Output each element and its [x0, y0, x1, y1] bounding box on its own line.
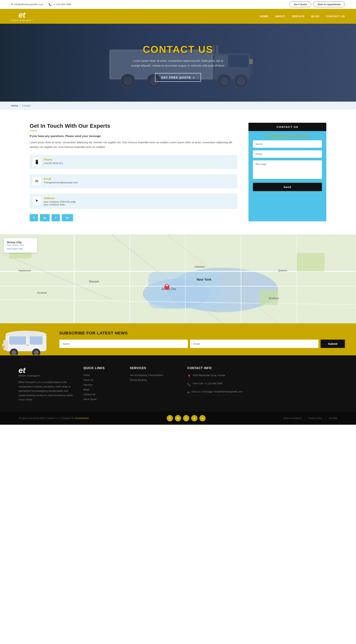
- section-sub: If you have any questions, Please send y…: [30, 134, 237, 138]
- svg-rect-50: [9, 336, 26, 344]
- list-item: Contact Us: [84, 393, 120, 396]
- phone-value: ( 01235-4519-00 ): [44, 162, 63, 164]
- hero-section: et CONTACT US Lorem ipsum dolor sit amet…: [0, 24, 356, 102]
- section-desc: Lorem ipsum dolor sit amet, consectetur …: [30, 140, 237, 150]
- address-line1: your company (256/415) state: [44, 200, 76, 203]
- hero-title: CONTACT US: [128, 44, 228, 55]
- nav-blog[interactable]: BLOG: [311, 15, 320, 18]
- footer-instagram-button[interactable]: ●: [199, 415, 206, 421]
- logo-et: et: [18, 11, 25, 19]
- footer-service-non-emergency[interactable]: Non-Emergency Transportation: [130, 374, 163, 376]
- sitemap-link[interactable]: Site Map: [329, 417, 338, 420]
- form-body: Send: [248, 140, 326, 191]
- contact-info-heading: CONTACT INFO: [187, 366, 246, 370]
- footer-facebook-button[interactable]: f: [167, 415, 173, 421]
- contact-email-input[interactable]: [253, 150, 322, 158]
- map-state: New Jersey, USA: [7, 244, 34, 246]
- breadcrumb-home[interactable]: Home: [11, 104, 18, 107]
- newsletter-form: Submit: [59, 340, 345, 348]
- footer-link-about[interactable]: About Us: [84, 378, 93, 381]
- navbar: et effort transport HOME ABOUT SERVICE B…: [0, 9, 356, 24]
- newsletter-email-input[interactable]: [190, 340, 318, 348]
- svg-rect-15: [250, 59, 253, 64]
- hero-desc: Lorem ipsum dolor sit amet, consectetur …: [128, 58, 228, 68]
- nav-home[interactable]: HOME: [260, 15, 268, 18]
- zonewebsites-link[interactable]: Zonewebsites: [75, 417, 89, 420]
- footer-bottom-links: terms & conditions | Privacy Policy | Si…: [284, 417, 338, 420]
- list-item: Blogs: [84, 388, 120, 391]
- svg-rect-49: [30, 336, 43, 344]
- email-icon: ✉: [11, 3, 13, 6]
- call-icon: 📞: [187, 382, 191, 387]
- footer-pinterest-button[interactable]: ●: [191, 415, 198, 421]
- footer-email-drop: ✉ Drop us a message: info@efforttranspor…: [187, 390, 246, 395]
- footer-twitter-button[interactable]: t: [183, 415, 189, 421]
- book-appointment-button[interactable]: Book An Appointment: [313, 2, 345, 7]
- nav-contact[interactable]: CONTACT US: [326, 15, 345, 18]
- contact-message-input[interactable]: [253, 160, 322, 179]
- footer-logo-et: et: [18, 366, 26, 374]
- footer-link-contact[interactable]: Contact Us: [84, 393, 95, 396]
- get-free-quote-button[interactable]: GET FREE QUOTE »: [155, 73, 201, 82]
- phone-icon: 📞: [48, 3, 52, 6]
- footer-grid: et effort transport Effort Transport LLC…: [18, 366, 338, 412]
- nav-service[interactable]: SERVICE: [292, 15, 305, 18]
- email-label: Email: [44, 177, 78, 180]
- svg-text:Hoboken: Hoboken: [195, 265, 205, 268]
- footer-logo: et effort transport: [18, 366, 74, 380]
- privacy-link[interactable]: Privacy Policy: [308, 417, 322, 420]
- svg-rect-16: [250, 66, 253, 75]
- contact-left: Get In Touch With Our Experts If you hav…: [30, 123, 237, 221]
- contact-email-info: Email Transportexress@example.com: [44, 177, 78, 184]
- list-item: Private Booking: [130, 378, 178, 381]
- contact-name-input[interactable]: [253, 140, 322, 148]
- contact-email-item: ✉ Email Transportexress@example.com: [30, 174, 237, 188]
- svg-point-54: [12, 350, 16, 355]
- footer-service-private[interactable]: Private Booking: [130, 378, 147, 381]
- contact-form: CONTACT US We Will Be Glad To Help You S…: [248, 123, 326, 221]
- send-button[interactable]: Send: [253, 183, 322, 191]
- nav-about[interactable]: ABOUT: [275, 15, 285, 18]
- logo-sub: effort transport: [11, 19, 33, 22]
- logo: et effort transport: [11, 11, 33, 22]
- svg-text:Queens: Queens: [278, 269, 287, 272]
- breadcrumb: Home / Contact: [0, 102, 356, 110]
- googleplus-button[interactable]: G+: [62, 214, 73, 221]
- linkedin-button[interactable]: in: [40, 214, 50, 221]
- svg-text:Brooklyn: Brooklyn: [269, 297, 279, 300]
- footer-services: SERVICES Non-Emergency Transportation Pr…: [130, 366, 178, 402]
- svg-rect-34: [297, 253, 324, 272]
- twitter-button[interactable]: t: [52, 214, 60, 221]
- map-link[interactable]: View larger map: [7, 248, 34, 250]
- list-item: Non-Emergency Transportation: [130, 374, 178, 376]
- footer-links-list: Home About Us Services Blogs Contact Us …: [84, 374, 120, 400]
- email-info: ✉ info@efforttransportllc.com: [11, 3, 43, 6]
- facebook-button[interactable]: f: [30, 214, 38, 221]
- breadcrumb-current: Contact: [22, 104, 30, 107]
- footer-link-home[interactable]: Home: [84, 374, 90, 376]
- footer-link-services[interactable]: Services: [84, 383, 93, 386]
- form-header: CONTACT US: [248, 123, 326, 131]
- phone-info: 📞 +1 123-456-7890: [48, 3, 71, 6]
- footer-link-quote[interactable]: Get A Quote: [84, 398, 96, 400]
- footer-link-blogs[interactable]: Blogs: [84, 388, 90, 391]
- map-info: Jersey City New Jersey, USA View larger …: [4, 238, 37, 253]
- get-quote-button[interactable]: Get A Quote: [290, 2, 311, 7]
- address-label: Address: [44, 196, 76, 200]
- newsletter-submit-button[interactable]: Submit: [320, 340, 345, 348]
- terms-link[interactable]: terms & conditions: [284, 417, 302, 420]
- breadcrumb-separator: /: [20, 104, 20, 107]
- newsletter-name-input[interactable]: [59, 340, 188, 348]
- address-icon: ➤: [33, 196, 41, 205]
- footer-about: et effort transport Effort Transport LLC…: [18, 366, 74, 402]
- svg-rect-58: [26, 344, 29, 346]
- nav-links: HOME ABOUT SERVICE BLOG CONTACT US: [260, 15, 345, 18]
- map-city: Jersey City: [7, 240, 34, 244]
- phone-label: Phone: [44, 158, 63, 161]
- footer-linkedin-button[interactable]: in: [175, 415, 181, 421]
- section-title: Get In Touch With Our Experts: [30, 123, 237, 129]
- social-bar: f in t G+: [30, 214, 237, 221]
- footer-separator-2: |: [325, 417, 326, 420]
- newsletter-title: SUBSCRIBE FOR LATEST NEWS: [59, 331, 345, 336]
- svg-text:New York: New York: [196, 278, 212, 282]
